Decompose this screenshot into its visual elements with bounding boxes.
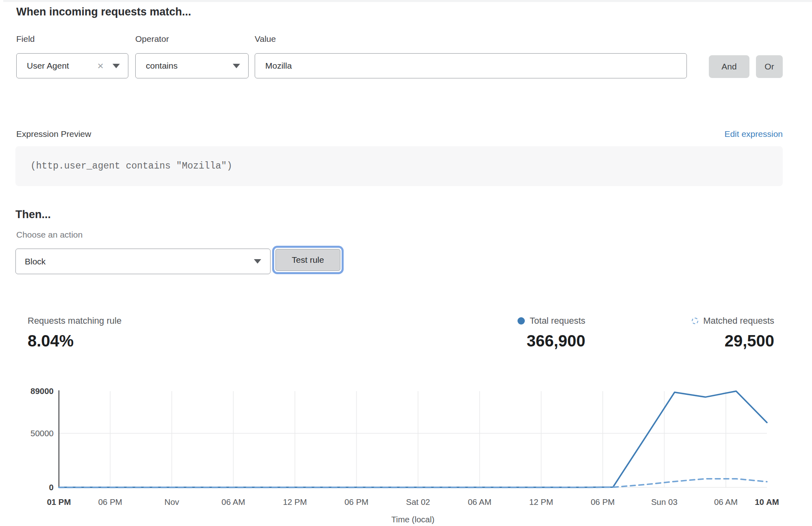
total-requests-label: Total requests — [530, 316, 585, 326]
y-tick-label: 89000 — [30, 386, 54, 396]
value-label: Value — [255, 34, 276, 44]
total-requests-legend-dot — [518, 317, 525, 325]
x-tick-label: Nov — [165, 497, 180, 507]
requests-matching-stat: Requests matching rule 8.04% — [28, 316, 121, 350]
operator-select-value: contains — [146, 61, 178, 71]
and-button[interactable]: And — [709, 55, 749, 78]
x-tick-label: Sat 02 — [406, 497, 430, 507]
field-label: Field — [16, 34, 35, 44]
x-tick-label: 06 PM — [591, 497, 615, 507]
x-tick-label: Sun 03 — [651, 497, 678, 507]
expression-code: (http.user_agent contains "Mozilla") — [30, 161, 232, 171]
chevron-down-icon — [233, 64, 240, 68]
requests-matching-value: 8.04% — [28, 332, 121, 350]
action-select[interactable]: Block — [15, 249, 271, 274]
x-tick-label: 06 PM — [98, 497, 122, 507]
x-tick-label: 06 AM — [468, 497, 492, 507]
then-heading: Then... — [15, 208, 51, 221]
test-rule-button[interactable]: Test rule — [275, 249, 340, 271]
edit-expression-link[interactable]: Edit expression — [724, 129, 783, 139]
or-button[interactable]: Or — [756, 55, 783, 78]
x-tick-label: 06 PM — [344, 497, 368, 507]
clear-icon[interactable]: × — [97, 61, 104, 71]
operator-select[interactable]: contains — [135, 53, 249, 78]
y-tick-label: 0 — [49, 483, 54, 492]
matched-requests-stat: Matched requests 29,500 — [692, 316, 774, 350]
top-divider — [3, 0, 812, 2]
x-tick-label: 06 AM — [714, 497, 738, 507]
chevron-down-icon — [254, 259, 261, 264]
requests-matching-label: Requests matching rule — [28, 316, 121, 326]
page-title: When incoming requests match... — [16, 6, 191, 18]
matched-requests-legend-circle — [692, 318, 698, 324]
x-tick-label: 01 PM — [47, 497, 71, 507]
total-requests-stat: Total requests 366,900 — [518, 316, 585, 350]
action-select-value: Block — [25, 257, 45, 266]
matched-requests-value: 29,500 — [725, 332, 774, 350]
choose-action-label: Choose an action — [16, 230, 82, 240]
expression-preview-box: (http.user_agent contains "Mozilla") — [15, 146, 783, 186]
expression-preview-label: Expression Preview — [16, 129, 91, 139]
chevron-down-icon — [113, 64, 120, 68]
requests-chart: 8900050000001 PM06 PMNov06 AM12 PM06 PMS… — [0, 378, 812, 526]
total-requests-value: 366,900 — [526, 332, 585, 350]
x-axis-title: Time (local) — [391, 515, 434, 524]
matched-requests-line — [59, 479, 767, 487]
x-tick-label: 12 PM — [529, 497, 553, 507]
field-select[interactable]: User Agent × — [16, 53, 128, 78]
x-tick-label: 06 AM — [221, 497, 245, 507]
x-tick-label: 10 AM — [755, 497, 779, 507]
field-select-value: User Agent — [27, 61, 69, 71]
operator-label: Operator — [135, 34, 169, 44]
matched-requests-label: Matched requests — [703, 316, 774, 326]
value-input[interactable] — [255, 53, 687, 78]
x-tick-label: 12 PM — [283, 497, 307, 507]
y-tick-label: 50000 — [30, 429, 54, 438]
total-requests-line — [59, 391, 767, 487]
